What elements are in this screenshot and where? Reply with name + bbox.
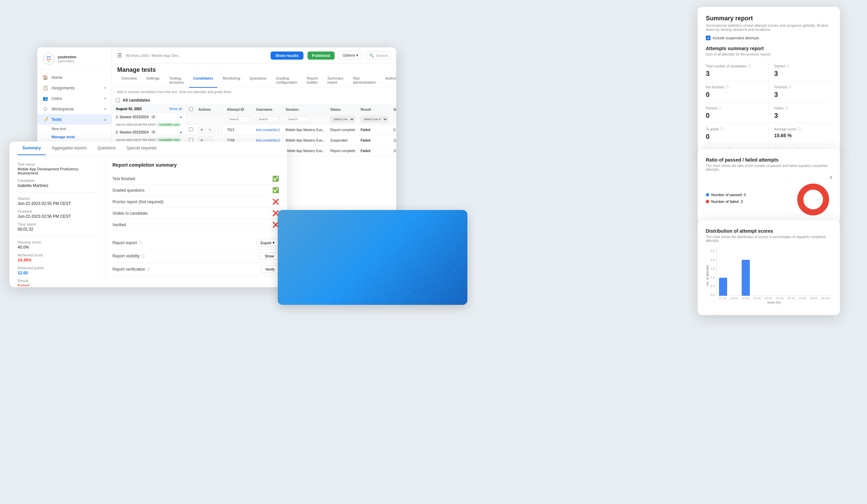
sum-tab-summary[interactable]: Summary [18,142,46,155]
summary-window: Summary Aggregated reports Questions Spe… [10,142,287,287]
select-all-checkbox[interactable] [116,98,120,102]
attempt-id: 7921 [224,125,253,135]
report-row-verified: Verified ❌ [113,219,279,230]
col-actions: Actions [196,105,224,114]
dropdown-icon: ▾ [272,240,275,245]
tab-overview[interactable]: Overview [117,74,141,88]
ratio-sub: The chart shows the ratio of the number … [706,164,832,171]
username-link[interactable]: test.competitor1 [256,128,280,132]
more-action[interactable]: ⋮ [215,126,222,133]
y-axis-values: 2.5 2.0 1.5 1.0 0.5 0.0 [710,249,715,297]
table-row: 👁 ✎ ⋮ 7921 test.competitor1 Mobile App M… [186,125,396,135]
sidebar-item-home[interactable]: 🏠 Home [37,72,111,83]
svg-text:me: me [47,61,50,63]
x-axis-label: Score (%) [716,301,832,304]
sum-tab-aggregated[interactable]: Aggregated reports [47,142,92,155]
col-session[interactable]: Session ↕ [283,105,328,114]
stat-started: Startedⓘ 3 [769,60,832,81]
summary-tabs: Summary Aggregated reports Questions Spe… [10,142,287,156]
menu-icon[interactable]: ☰ [117,52,122,58]
tab-candidates[interactable]: Candidates [189,74,217,88]
tabs-bar: Overview Settings Testing sessions Candi… [112,74,396,88]
edit-action[interactable]: ✎ [206,126,213,133]
summary-body: Test name Mobile App Development Profici… [10,156,287,286]
bar-0-10 [718,278,728,296]
check-icon: ✅ [272,175,279,182]
filter-result[interactable]: Select one ▾ [361,116,388,122]
verification-row: Report verification ⓘ Verify [113,263,279,276]
row-checkbox[interactable] [189,127,193,131]
candidate-field: Candidate Isabella Martinez [18,179,96,188]
stat-finished: Finishedⓘ 3 [769,81,832,102]
summary-left: Test name Mobile App Development Profici… [10,156,104,286]
include-suspended-checkbox[interactable] [706,35,710,40]
max-value: 3 [706,175,832,180]
chart-container: No. of attempts 2.5 2.0 1.5 1.0 0.5 0.0 [706,247,832,304]
donut-chart [794,181,832,218]
filter-username[interactable] [256,116,280,122]
col-status[interactable]: Status ↕ [328,105,358,114]
view-action[interactable]: 👁 [199,126,205,133]
candidates-info: Add or remove candidates from this test.… [112,88,396,96]
report-row-test-finished: Test finished ✅ [113,173,279,185]
col-score[interactable]: Score (%) ↕ [391,105,396,114]
header-checkbox[interactable] [189,107,193,111]
tab-authorizations[interactable]: Authorizations [381,74,396,88]
tab-test-administration[interactable]: Test administration [349,74,380,88]
breadcrumb: All tests (200) / Mobile App Dev... [126,54,267,57]
sidebar-item-users[interactable]: 👥 Users ▾ [37,93,111,104]
tab-summary-report[interactable]: Summary report [323,74,347,88]
legend-passed: Number of passed: 0 [706,193,746,197]
col-username[interactable]: Username ↕ [253,105,283,114]
tab-grading-configuration[interactable]: Grading configuration [272,74,301,88]
report-row-visible: Visible to candidate ❌ [113,208,279,219]
logo-icon: you test me [43,53,55,65]
sidebar-item-assignments[interactable]: 📋 Assignments ▾ [37,83,111,93]
tab-monitoring[interactable]: Monitoring [219,74,244,88]
workspaces-icon: ⬡ [43,106,48,111]
published-button[interactable]: Published [308,52,335,60]
stat-to-grade: To gradeⓘ 0 [706,123,769,144]
test-name-field: Test name Mobile App Development Profici… [18,162,96,175]
dist-title: Distribution of attempt scores [706,228,832,234]
report-completion-title: Report completion summary [113,162,279,168]
search-box[interactable]: 🔍 Search [366,52,391,59]
show-button[interactable]: Show [259,252,279,260]
arrow-icon: ▾ [104,97,106,100]
sidebar-item-tests[interactable]: 📝 Tests ▴ [37,114,111,125]
sidebar-sub-new-test[interactable]: New test [37,125,111,133]
export-button[interactable]: Export ▾ [256,239,279,247]
verify-button[interactable]: Verify [261,266,279,273]
logo: you test me youtestme GetCertified [37,47,111,69]
col-attempt-id[interactable]: Attempt ID ↕ [224,105,253,114]
col-result[interactable]: Result ↕ [358,105,391,114]
show-all-link[interactable]: Show all [169,107,182,111]
sidebar-item-workspaces[interactable]: ⬡ Workspaces ▾ [37,104,111,114]
users-icon: 👥 [43,96,48,101]
panel-subtitle: Summarized statistics of test attempt sc… [706,23,832,32]
show-results-button[interactable]: Show results [271,52,303,60]
tab-questions[interactable]: Questions [246,74,271,88]
all-candidates-header: All candidates [112,96,396,105]
sum-tab-special-requests[interactable]: Special requests [121,142,161,155]
tab-settings[interactable]: Settings [142,74,164,88]
bar [742,260,750,296]
sum-tab-questions[interactable]: Questions [93,142,120,155]
started-field: Started Jun-22-2023 02:55 PM CEST [18,196,96,206]
info-icon: ⓘ [725,85,728,89]
sidebar-sub-manage-tests[interactable]: Manage tests [37,133,111,141]
tab-testing-sessions[interactable]: Testing sessions [165,74,188,88]
options-button[interactable]: Options ▾ [339,51,362,60]
filter-session[interactable] [286,116,309,122]
all-candidates-label: All candidates [122,98,150,103]
bars-area: [0, 10] (10,20] (20,30] (30,40] (40,50] … [716,247,832,304]
checkbox-row: Include suspended attempts [706,35,832,40]
filter-attempt-id[interactable] [227,116,250,122]
logo-text: youtestme GetCertified [57,55,76,63]
filter-status[interactable]: Select one [330,116,355,122]
search-placeholder: Search [376,54,388,57]
info-icon: ⓘ [720,127,724,131]
tab-report-builder[interactable]: Report builder [303,74,322,88]
bar-20-30 [741,260,751,296]
tests-icon: 📝 [43,117,48,122]
